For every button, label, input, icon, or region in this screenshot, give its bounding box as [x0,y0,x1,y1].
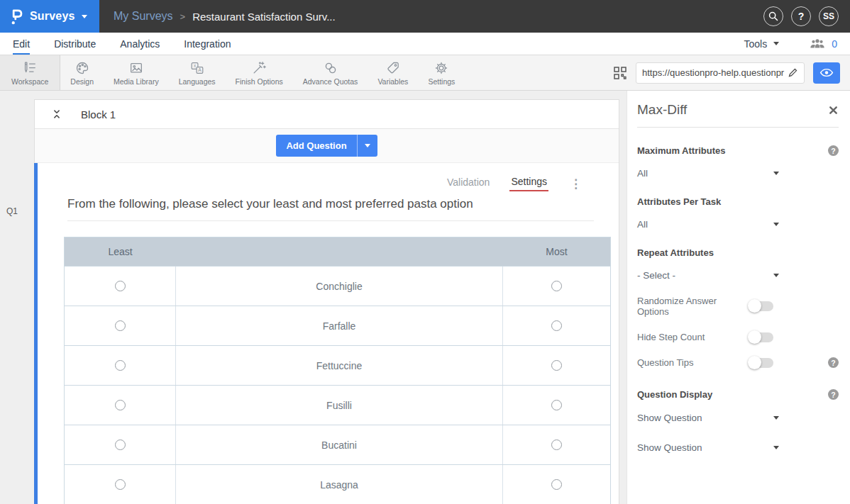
nav-right: Tools 0 [744,33,837,55]
least-radio[interactable] [115,281,126,291]
toggle-row-hide-step-count: Hide Step Count [637,332,839,342]
nav-tabs: EditDistributeAnalyticsIntegration [13,33,231,55]
toolbar-item-advance-quotas[interactable]: Advance Quotas [293,55,368,90]
toggle-knob [748,356,761,369]
search-icon [768,11,779,22]
chevron-down-icon [773,416,779,420]
toggle-row-question-tips: Question Tips [637,357,839,368]
toggle-hide-step-count[interactable] [749,332,773,342]
breadcrumb-my-surveys[interactable]: My Surveys [114,10,173,23]
table-row: Farfalle [65,306,610,345]
toolbar-item-media-library[interactable]: Media Library [104,55,169,90]
toolbar-item-settings[interactable]: Settings [418,55,465,90]
table-header-row: Least Most [65,237,610,266]
tab-distribute[interactable]: Distribute [54,33,96,55]
add-question-dropdown[interactable] [357,135,377,157]
question-tabs: ValidationSettings [446,176,548,191]
maxdiff-table: Least Most Conchiglie Farfalle Fettuccin… [64,237,611,504]
most-radio[interactable] [551,479,562,490]
qr-code-icon[interactable] [613,66,627,80]
dropdown-value: All [637,219,648,230]
tab-integration[interactable]: Integration [184,33,231,55]
collapse-block-icon[interactable] [51,108,62,121]
most-header: Most [503,237,610,266]
dropdown-maximum-attributes[interactable]: All [637,168,779,179]
chevron-down-icon [773,42,779,45]
least-radio[interactable] [115,400,126,410]
toolbar-item-variables[interactable]: Variables [368,55,418,90]
toggle-randomize-answer-options[interactable] [749,301,773,311]
help-icon[interactable] [828,389,839,400]
links-icon [323,60,338,76]
least-header: Least [65,237,176,266]
edit-url-icon[interactable] [788,67,798,78]
question-menu-icon[interactable] [567,177,585,191]
translate-icon: xA [189,60,205,76]
close-panel-icon[interactable] [828,105,839,116]
least-radio[interactable] [115,439,126,450]
dropdown-repeat-attributes[interactable]: - Select - [637,270,779,281]
survey-url-field[interactable]: https://questionpro-help.questionpr [636,62,805,84]
sidebar-toggles: Randomize Answer Options Hide Step Count… [637,296,839,368]
eye-icon [819,67,834,78]
chevron-down-icon [773,172,779,175]
attribute-label: Fettuccine [176,346,503,385]
most-radio[interactable] [551,439,562,450]
sidebar-field-repeat-attributes: Repeat Attributes - Select - [637,247,839,281]
palette-icon [74,60,90,76]
most-radio[interactable] [551,281,562,291]
toolbar-item-finish-options[interactable]: Finish Options [226,55,293,90]
chevron-down-icon [773,446,779,449]
question-tab-validation[interactable]: Validation [446,177,491,191]
least-radio[interactable] [115,479,126,490]
dropdown-value: All [637,168,648,179]
table-row: Bucatini [65,425,610,464]
toolbar-item-design[interactable]: Design [60,55,104,90]
tools-menu[interactable]: Tools [744,38,780,50]
show-question-dropdown-1[interactable]: Show Question [637,413,779,423]
most-radio[interactable] [551,400,562,410]
people-icon [809,38,826,50]
question-id-label: Q1 [6,206,18,216]
block-card: Block 1 Add Question ValidationSettings … [34,99,619,504]
toolbar-item-languages[interactable]: xA Languages [169,55,226,90]
attribute-label: Lasagna [176,465,503,504]
least-radio[interactable] [115,320,126,331]
collaborators-indicator[interactable]: 0 [809,38,837,50]
toggle-question-tips[interactable] [749,358,773,368]
least-radio[interactable] [115,360,126,371]
toolbar-right: https://questionpro-help.questionpr [613,55,850,90]
toolbar-item-workspace[interactable]: Workspace [0,55,60,90]
most-radio[interactable] [551,320,562,331]
tab-edit[interactable]: Edit [13,33,30,55]
block-title[interactable]: Block 1 [81,108,116,121]
sidebar-field-attributes-per-task: Attributes Per Task All [637,196,839,230]
toggle-knob [748,299,761,313]
help-icon[interactable] [828,145,839,156]
add-question-button[interactable]: Add Question [276,135,356,157]
question-title[interactable]: From the following, please select your l… [67,197,594,221]
attribute-label: Bucatini [176,425,503,464]
sidebar-field-maximum-attributes: Maximum Attributes All [637,145,839,179]
attribute-header [176,237,503,266]
most-radio[interactable] [551,360,562,371]
dropdown-value: - Select - [637,270,675,281]
preview-button[interactable] [813,62,840,84]
help-icon[interactable] [828,357,839,368]
table-row: Fusilli [65,385,610,425]
avatar[interactable]: SS [819,6,839,26]
dropdown-attributes-per-task[interactable]: All [637,219,779,230]
table-row: Conchiglie [65,266,610,306]
panel-title: Max-Diff [637,102,687,118]
chevron-down-icon [365,144,370,147]
product-switcher[interactable]: Surveys [0,0,99,33]
show-question-dropdown-2[interactable]: Show Question [637,442,779,453]
tab-analytics[interactable]: Analytics [120,33,160,55]
survey-toolbar: Workspace Design Media Library xA Langua… [0,55,850,91]
questionpro-logo [10,8,23,26]
question-tabs-row: ValidationSettings [38,163,619,191]
main-area: Q1 Block 1 Add Question ValidationSettin… [0,91,850,504]
search-button[interactable] [763,6,783,26]
help-button[interactable]: ? [791,6,811,26]
question-tab-settings[interactable]: Settings [509,176,548,191]
